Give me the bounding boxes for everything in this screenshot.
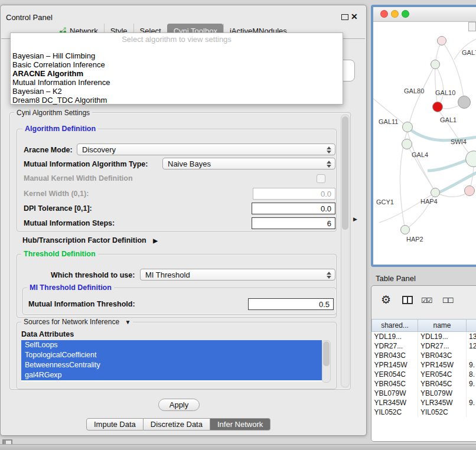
table-row[interactable]: YIL052CYIL052C [372,407,476,417]
column-browser-icon[interactable] [402,296,413,304]
network-node[interactable] [431,188,440,197]
table-cell: YPR145W [418,360,467,370]
table-panel-title: Table Panel [376,274,416,283]
table-cell: YBL079W [372,389,418,398]
collapsed-arrow-icon: ▶ [153,237,158,244]
attributes-scrollbar[interactable] [322,340,331,383]
node-label[interactable]: GAL7 [462,49,476,56]
table-row[interactable]: YBR045CYBR045C9. [372,379,476,389]
attributes-scrollbar-thumb[interactable] [323,341,330,366]
algorithm-option[interactable]: Bayesian – K2 [11,87,343,96]
tab-infer-network[interactable]: Infer Network [210,418,270,431]
node-label[interactable]: GAL10 [435,89,455,96]
dpi-tolerance-field[interactable]: 0.0 [252,203,335,214]
network-node[interactable] [464,185,475,196]
node-label[interactable]: GCY1 [376,198,394,206]
table-cell: YBL079W [418,389,467,398]
mi-type-select[interactable]: Naive Bayes [162,158,335,169]
mi-type-label: Mutual Information Algorithm Type: [24,160,148,168]
mi-threshold-field[interactable]: 0.5 [248,298,334,310]
column-header-shared[interactable]: shared... [372,319,418,332]
tab-impute-data[interactable]: Impute Data [86,418,144,431]
table-cell: YLR345W [372,398,418,407]
tab-discretize-data[interactable]: Discretize Data [144,418,210,431]
table-row[interactable]: YDR27...YDR27...12 [372,341,476,351]
node-label[interactable]: GAL1 [440,116,457,123]
table-row[interactable]: YLR345WYLR345W9. [372,398,476,407]
algorithm-option[interactable]: Dream8 DC_TDC Algorithm [11,96,343,105]
network-node[interactable] [431,60,440,69]
network-node[interactable] [458,96,471,109]
network-node[interactable] [402,122,413,132]
node-label[interactable]: HAP2 [406,236,423,243]
node-label[interactable]: GAL11 [379,118,398,125]
table-cell: YDL19... [372,332,418,342]
threshold-definition-title: Threshold Definition [21,250,98,258]
algorithm-option[interactable]: Bayesian – Hill Climbing [11,51,343,60]
kernel-width-field[interactable]: 0.0 [253,188,335,200]
which-threshold-select[interactable]: MI Threshold [140,269,335,281]
settings-scrollbar[interactable] [341,115,350,387]
network-node[interactable] [400,225,410,234]
algorithm-option[interactable]: Mutual Information Inference [11,78,343,87]
table-cell: YDR27... [372,341,418,351]
table-cell [467,407,476,417]
which-threshold-value: MI Threshold [145,270,190,279]
table-cell: YER054C [418,370,467,379]
attribute-item[interactable]: gal4RGexp [21,370,322,380]
network-node[interactable] [437,36,446,45]
manual-kernel-checkbox[interactable] [317,174,325,183]
mi-steps-field[interactable]: 6 [252,217,335,229]
screen: Control Panel ✕ Network Style [0,0,476,450]
network-scrollbar[interactable] [468,22,476,31]
select-all-rows-icon[interactable]: ☑☑ [421,296,432,305]
network-edges [373,22,476,251]
aracne-mode-select[interactable]: Discovery [77,144,335,155]
settings-group-title: Cyni Algorithm Settings [14,109,92,117]
table-cell: 9. [467,398,476,407]
settings-scrollbar-thumb[interactable] [342,116,348,230]
panel-divider-arrow-icon[interactable]: ▶ [353,216,357,222]
table-row[interactable]: YPR145WYPR145W9. [372,360,476,370]
apply-button[interactable]: Apply [158,399,200,411]
node-label[interactable]: GAL4 [412,151,428,158]
algorithm-option-highlighted[interactable]: ARACNE Algorithm [11,69,343,78]
deselect-all-rows-icon[interactable]: ☐☐ [442,296,453,305]
window-title: Control Panel [6,13,53,22]
attribute-item[interactable]: TopologicalCoefficient [21,350,322,360]
algorithm-option[interactable]: Basic Correlation Inference [11,60,343,69]
attribute-item[interactable]: BetweennessCentrality [21,360,322,370]
aracne-mode-label: Aracne Mode: [24,146,73,154]
data-attributes-label: Data Attributes [21,330,74,338]
minimize-traffic-light[interactable] [391,10,399,18]
table-row[interactable]: YBL079WYBL079W [372,389,476,398]
hub-definition-toggle[interactable]: Hub/Transcription Factor Definition ▶ [22,236,158,244]
column-header-name[interactable]: name [418,319,467,332]
float-window-icon[interactable] [341,14,348,20]
table-cell: 12 [467,341,476,351]
node-table: shared... name YDL19...YDL19...13YDR27..… [371,319,476,441]
network-node[interactable] [402,139,412,149]
column-header-extra[interactable] [467,319,476,332]
sources-group-title[interactable]: Sources for Network Inference ▼ [21,318,133,326]
stepper-icon [327,146,332,154]
network-canvas[interactable]: GAL7GAL80GAL10GAL11GAL1SWI4GAL4GCY1HAP4H… [373,22,476,251]
gear-icon[interactable]: ⚙ [381,293,391,306]
table-row[interactable]: YBR043CYBR043C [372,351,476,360]
zoom-traffic-light[interactable] [402,10,409,18]
node-label[interactable]: HAP4 [420,198,438,205]
node-label[interactable]: GAL80 [404,87,424,94]
close-traffic-light[interactable] [380,10,388,18]
network-node[interactable] [432,102,443,112]
algorithm-definition-title: Algorithm Definition [22,125,98,133]
network-window-titlebar[interactable] [373,7,476,22]
bottom-bar [0,444,476,450]
close-icon[interactable]: ✕ [351,12,358,21]
table-row[interactable]: YDL19...YDL19...13 [372,332,476,342]
node-label[interactable]: SWI4 [451,138,467,145]
table-cell: 13 [467,332,476,342]
table-row[interactable]: YER054CYER054C8. [372,370,476,379]
table-panel-window: ⚙ ☑☑ ☐☐ shared... name YDL19...YDL19...1… [371,285,476,442]
attribute-item[interactable]: SelfLoops [21,340,322,350]
table-cell: YDR27... [418,341,467,351]
